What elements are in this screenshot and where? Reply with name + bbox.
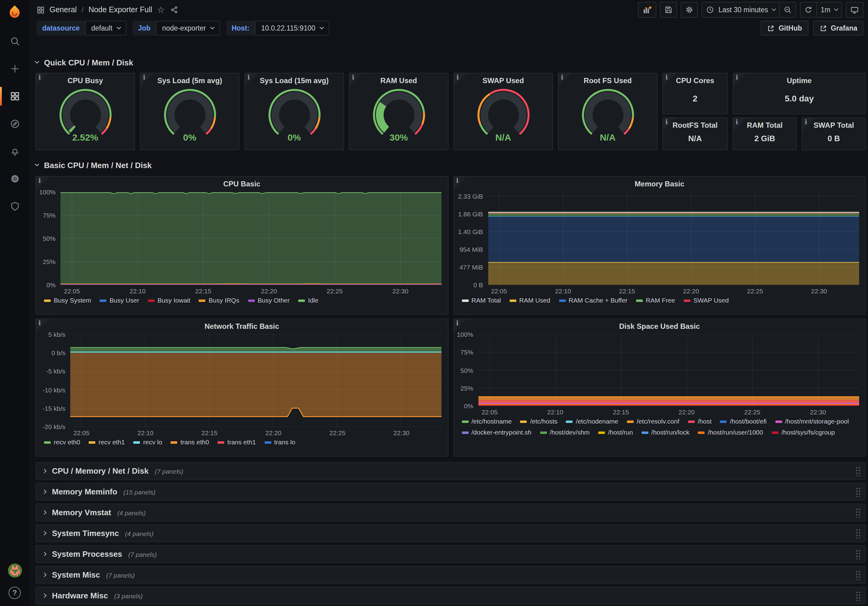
legend-item[interactable]: /docker-entrypoint.sh: [462, 428, 531, 437]
legend-item[interactable]: RAM Used: [510, 296, 550, 305]
row-drag-handle[interactable]: [856, 591, 861, 600]
legend-label: /etc/hostname: [471, 417, 512, 426]
row-toggle-basic-cpu-mem-net-disk[interactable]: Basic CPU / Mem / Net / Disk: [36, 158, 866, 172]
sidebar-item-search[interactable]: [0, 28, 29, 55]
legend-item[interactable]: Busy Other: [248, 296, 290, 305]
panel-title[interactable]: Memory Basic: [454, 177, 865, 188]
chart-plot-area[interactable]: 0%25%50%75%100%22:0522:1022:1522:2022:25…: [478, 334, 859, 406]
dashboard-row-system-misc[interactable]: System Misc(7 panels): [36, 566, 866, 584]
add-panel-button[interactable]: [638, 2, 656, 18]
legend-item[interactable]: /host/boot/efi: [720, 417, 767, 426]
legend-item[interactable]: /etc/nodename: [566, 417, 618, 426]
panel-title[interactable]: Root FS Used: [558, 73, 657, 85]
dashboard-row-memory-vmstat[interactable]: Memory Vmstat(4 panels): [36, 504, 866, 521]
legend-item[interactable]: Busy User: [100, 296, 140, 305]
panel-title[interactable]: CPU Busy: [36, 73, 135, 85]
panel-title[interactable]: SWAP Used: [454, 73, 552, 85]
legend-item[interactable]: recv eth1: [88, 438, 125, 447]
legend-item[interactable]: /host/run: [598, 428, 633, 437]
dashboard-row-cpu-memory-net-disk[interactable]: CPU / Memory / Net / Disk(7 panels): [36, 462, 866, 480]
sidebar-item-add[interactable]: [0, 55, 29, 82]
time-picker-button[interactable]: Last 30 minutes: [702, 2, 780, 18]
legend-item[interactable]: /host/mnt/storage-pool: [775, 417, 849, 426]
sidebar-item-server-admin[interactable]: [0, 192, 29, 220]
legend-item[interactable]: Busy Iowait: [147, 296, 190, 305]
refresh-interval-dropdown[interactable]: 1m: [817, 2, 842, 18]
legend-item[interactable]: trans lo: [265, 438, 295, 447]
row-drag-handle[interactable]: [856, 487, 861, 497]
chart-plot[interactable]: [70, 334, 442, 426]
row-drag-handle[interactable]: [856, 549, 861, 559]
legend-item[interactable]: /host/sys/fs/cgroup: [772, 428, 835, 437]
legend-item[interactable]: /host/run/lock: [642, 428, 690, 437]
legend-item[interactable]: recv lo: [133, 438, 162, 447]
dashboards-breadcrumb-icon[interactable]: [37, 6, 45, 14]
chart-plot-area[interactable]: 5 kb/s0 b/s-5 kb/s-10 kb/s-15 kb/s-20 kb…: [70, 334, 442, 426]
sidebar-item-alerting[interactable]: [0, 138, 29, 165]
row-title: Memory Vmstat: [52, 508, 111, 517]
refresh-button[interactable]: [800, 2, 817, 18]
sidebar-item-dashboards[interactable]: [0, 82, 29, 110]
legend-item[interactable]: SWAP Used: [684, 296, 729, 305]
user-avatar[interactable]: [8, 564, 22, 578]
legend-item[interactable]: Idle: [298, 296, 318, 305]
legend-item[interactable]: RAM Cache + Buffer: [559, 296, 628, 305]
row-drag-handle[interactable]: [856, 570, 861, 580]
sidebar-item-configuration[interactable]: [0, 165, 29, 192]
variable-value-dropdown[interactable]: node-exporter: [156, 21, 220, 36]
explore-icon: [9, 119, 20, 129]
chart-plot[interactable]: [488, 192, 859, 285]
panel-title[interactable]: Disk Space Used Basic: [454, 319, 865, 331]
legend-item[interactable]: /etc/hostname: [462, 417, 512, 426]
breadcrumb-folder[interactable]: General: [50, 6, 77, 14]
dashboard-row-system-processes[interactable]: System Processes(7 panels): [36, 545, 866, 563]
legend-item[interactable]: /host: [688, 417, 711, 426]
chart-plot-area[interactable]: 0%25%50%75%100%22:0522:1022:1522:2022:25…: [60, 192, 442, 285]
legend-item[interactable]: /etc/hosts: [520, 417, 558, 426]
legend-item[interactable]: RAM Total: [462, 296, 501, 305]
share-dashboard-icon[interactable]: [170, 6, 178, 14]
panel-title[interactable]: Sys Load (5m avg): [141, 73, 239, 85]
variable-value-dropdown[interactable]: 10.0.22.115:9100: [255, 21, 329, 36]
dashboard-settings-button[interactable]: [681, 2, 698, 18]
legend-item[interactable]: Busy System: [44, 296, 91, 305]
legend-item[interactable]: /etc/resolv.conf: [627, 417, 679, 426]
link-github[interactable]: GitHub: [761, 21, 808, 36]
legend-item[interactable]: /host/run/user/1000: [698, 428, 763, 437]
panel-title[interactable]: RAM Used: [350, 73, 448, 85]
tv-mode-button[interactable]: [846, 2, 863, 18]
chart-plot-area[interactable]: 0 B477 MiB954 MiB1.40 GiB1.86 GiB2.33 Gi…: [488, 192, 859, 285]
dashboard-row-system-timesync[interactable]: System Timesync(4 panels): [36, 524, 866, 542]
star-dashboard-icon[interactable]: ☆: [157, 6, 165, 14]
legend-item[interactable]: recv eth0: [44, 438, 80, 447]
variable-value-dropdown[interactable]: default: [85, 21, 127, 36]
breadcrumb-dashboard-title[interactable]: Node Exporter Full: [88, 6, 152, 14]
panel-memory-basic: iMemory Basic0 B477 MiB954 MiB1.40 GiB1.…: [453, 176, 866, 315]
dashboard-row-memory-meminfo[interactable]: Memory Meminfo(15 panels): [36, 483, 866, 501]
dashboard-row-hardware-misc[interactable]: Hardware Misc(3 panels): [36, 587, 866, 604]
row-drag-handle[interactable]: [856, 529, 861, 538]
panel-title[interactable]: Sys Load (15m avg): [245, 73, 343, 85]
legend-label: /host/mnt/storage-pool: [785, 417, 849, 426]
row-drag-handle[interactable]: [856, 466, 861, 476]
save-dashboard-button[interactable]: [660, 2, 677, 18]
sidebar-item-explore[interactable]: [0, 110, 29, 138]
gauge-arc: [256, 85, 333, 138]
panel-title[interactable]: Uptime: [733, 73, 865, 85]
help-icon[interactable]: ?: [9, 587, 21, 599]
legend-item[interactable]: trans eth0: [171, 438, 209, 447]
legend-item[interactable]: /host/dev/shm: [540, 428, 590, 437]
x-axis-tick: 22:25: [329, 429, 346, 436]
row-drag-handle[interactable]: [856, 508, 861, 518]
chart-plot[interactable]: [478, 334, 859, 406]
chart-plot[interactable]: [60, 192, 442, 285]
link-grafana[interactable]: Grafana: [813, 21, 863, 36]
grafana-logo[interactable]: [7, 4, 23, 22]
legend-item[interactable]: trans eth1: [217, 438, 256, 447]
row-toggle-quick-cpu-mem-disk[interactable]: Quick CPU / Mem / Disk: [36, 55, 866, 70]
panel-title[interactable]: CPU Basic: [36, 177, 448, 188]
zoom-out-time-button[interactable]: [780, 2, 796, 18]
panel-title[interactable]: Network Traffic Basic: [36, 319, 448, 331]
legend-item[interactable]: RAM Free: [636, 296, 675, 305]
legend-item[interactable]: Busy IRQs: [199, 296, 239, 305]
